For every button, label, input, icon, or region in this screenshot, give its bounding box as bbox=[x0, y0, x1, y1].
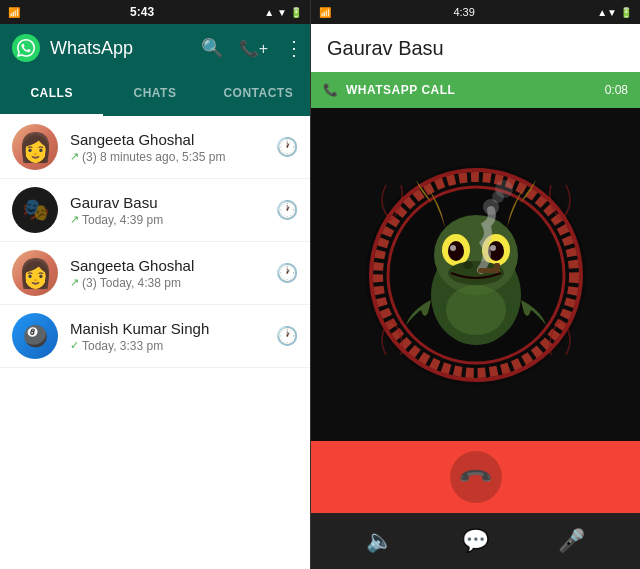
contact-name-bar: Gaurav Basu bbox=[311, 24, 640, 72]
clock-icon[interactable]: 🕐 bbox=[276, 325, 298, 347]
left-panel: 📶 5:43 ▲ ▼ 🔋 WhatsApp 🔍 📞+ ⋮ CALLS CHA bbox=[0, 0, 310, 569]
tab-chats[interactable]: CHATS bbox=[103, 72, 206, 116]
time-right: 4:39 bbox=[453, 6, 474, 18]
svg-point-13 bbox=[463, 261, 473, 269]
call-status-label: WHATSAPP CALL bbox=[346, 83, 597, 97]
call-detail: ↗ (3) 8 minutes ago, 5:35 pm bbox=[70, 150, 264, 164]
call-detail: ✓ Today, 3:33 pm bbox=[70, 339, 264, 353]
svg-rect-19 bbox=[494, 263, 500, 273]
battery-icon-right: 🔋 bbox=[620, 7, 632, 18]
call-item[interactable]: 🎱 Manish Kumar Singh ✓ Today, 3:33 pm 🕐 bbox=[0, 305, 310, 368]
svg-point-11 bbox=[490, 245, 496, 251]
call-time: (3) Today, 4:38 pm bbox=[82, 276, 181, 290]
menu-icon[interactable]: ⋮ bbox=[284, 36, 302, 60]
caller-name: Gaurav Basu bbox=[70, 194, 264, 211]
call-duration: 0:08 bbox=[605, 83, 628, 97]
call-info: Gaurav Basu ↗ Today, 4:39 pm bbox=[70, 194, 264, 227]
svg-point-17 bbox=[495, 180, 513, 198]
call-time: Today, 4:39 pm bbox=[82, 213, 163, 227]
battery-icon: 🔋 bbox=[290, 7, 302, 18]
clock-icon[interactable]: 🕐 bbox=[276, 136, 298, 158]
tab-contacts[interactable]: CONTACTS bbox=[207, 72, 310, 116]
app-bar-icons: 🔍 📞+ ⋮ bbox=[201, 36, 302, 60]
speaker-icon: 🔈 bbox=[366, 528, 393, 554]
clock-icon[interactable]: 🕐 bbox=[276, 199, 298, 221]
microphone-icon: 🎤 bbox=[558, 528, 585, 554]
call-direction-icon: ✓ bbox=[70, 339, 79, 352]
call-item[interactable]: 👩 Sangeeta Ghoshal ↗ (3) 8 minutes ago, … bbox=[0, 116, 310, 179]
search-icon[interactable]: 🔍 bbox=[201, 37, 223, 59]
creature-svg bbox=[356, 155, 596, 395]
call-info: Sangeeta Ghoshal ↗ (3) 8 minutes ago, 5:… bbox=[70, 131, 264, 164]
clock-icon[interactable]: 🕐 bbox=[276, 262, 298, 284]
mute-button[interactable]: 🎤 bbox=[550, 519, 594, 563]
whatsapp-call-icon: 📞 bbox=[323, 83, 338, 97]
avatar: 👩 bbox=[12, 250, 58, 296]
svg-point-20 bbox=[446, 285, 506, 335]
tab-calls[interactable]: CALLS bbox=[0, 72, 103, 116]
call-info: Manish Kumar Singh ✓ Today, 3:33 pm bbox=[70, 320, 264, 353]
caller-name: Sangeeta Ghoshal bbox=[70, 131, 264, 148]
status-bar-right: 📶 4:39 ▲▼ 🔋 bbox=[311, 0, 640, 24]
end-call-bar: 📞 bbox=[311, 441, 640, 513]
tab-chats-label: CHATS bbox=[134, 86, 177, 100]
time-left: 5:43 bbox=[130, 5, 154, 19]
wifi-icon-right: ▲▼ bbox=[597, 7, 617, 18]
call-item[interactable]: 👩 Sangeeta Ghoshal ↗ (3) Today, 4:38 pm … bbox=[0, 242, 310, 305]
message-button[interactable]: 💬 bbox=[453, 519, 497, 563]
end-call-icon: 📞 bbox=[457, 458, 494, 495]
whatsapp-logo bbox=[12, 34, 40, 62]
call-direction-icon: ↗ bbox=[70, 150, 79, 163]
call-direction-icon: ↗ bbox=[70, 276, 79, 289]
call-item[interactable]: 🎭 Gaurav Basu ↗ Today, 4:39 pm 🕐 bbox=[0, 179, 310, 242]
caller-name: Manish Kumar Singh bbox=[70, 320, 264, 337]
caller-name: Sangeeta Ghoshal bbox=[70, 257, 264, 274]
signal-icon: ▼ bbox=[277, 7, 287, 18]
message-icon: 💬 bbox=[462, 528, 489, 554]
whatsapp-call-bar: 📞 WHATSAPP CALL 0:08 bbox=[311, 72, 640, 108]
avatar: 🎭 bbox=[12, 187, 58, 233]
wifi-icon: ▲ bbox=[264, 7, 274, 18]
right-panel: 📶 4:39 ▲▼ 🔋 Gaurav Basu 📞 WHATSAPP CALL … bbox=[310, 0, 640, 569]
tab-calls-label: CALLS bbox=[30, 86, 73, 100]
svg-point-10 bbox=[450, 245, 456, 251]
bottom-controls: 🔈 💬 🎤 bbox=[311, 513, 640, 569]
whatsapp-icon bbox=[17, 39, 35, 57]
call-detail: ↗ Today, 4:39 pm bbox=[70, 213, 264, 227]
creature-art bbox=[356, 155, 596, 395]
svg-point-8 bbox=[448, 241, 464, 261]
call-info: Sangeeta Ghoshal ↗ (3) Today, 4:38 pm bbox=[70, 257, 264, 290]
app-title: WhatsApp bbox=[50, 38, 191, 59]
carrier-icons-right: 📶 bbox=[319, 7, 331, 18]
tabs-bar: CALLS CHATS CONTACTS bbox=[0, 72, 310, 116]
tab-contacts-label: CONTACTS bbox=[223, 86, 293, 100]
calls-list: 👩 Sangeeta Ghoshal ↗ (3) 8 minutes ago, … bbox=[0, 116, 310, 569]
status-bar-left: 📶 5:43 ▲ ▼ 🔋 bbox=[0, 0, 310, 24]
avatar: 👩 bbox=[12, 124, 58, 170]
call-detail: ↗ (3) Today, 4:38 pm bbox=[70, 276, 264, 290]
avatar: 🎱 bbox=[12, 313, 58, 359]
app-bar: WhatsApp 🔍 📞+ ⋮ bbox=[0, 24, 310, 72]
call-time: (3) 8 minutes ago, 5:35 pm bbox=[82, 150, 225, 164]
speaker-button[interactable]: 🔈 bbox=[357, 519, 401, 563]
call-time: Today, 3:33 pm bbox=[82, 339, 163, 353]
add-call-icon[interactable]: 📞+ bbox=[239, 39, 268, 58]
contact-name: Gaurav Basu bbox=[327, 37, 444, 60]
call-direction-icon: ↗ bbox=[70, 213, 79, 226]
carrier-icons: 📶 bbox=[8, 7, 20, 18]
call-visual bbox=[311, 108, 640, 441]
end-call-button[interactable]: 📞 bbox=[450, 451, 502, 503]
